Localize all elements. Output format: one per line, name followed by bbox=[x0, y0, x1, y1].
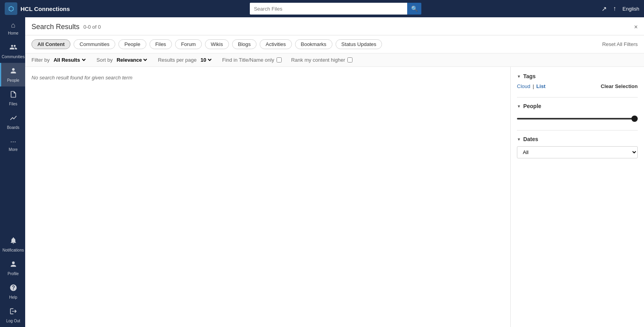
people-slider[interactable] bbox=[517, 118, 638, 119]
dates-section: ▼ Dates All Today Last Week Last Month L… bbox=[517, 136, 638, 158]
sidebar-item-logout[interactable]: Log Out bbox=[0, 303, 25, 327]
sidebar-item-notifications[interactable]: Notifications bbox=[0, 233, 25, 256]
sidebar-bottom: Notifications Profile Help Log Out bbox=[0, 233, 25, 327]
communities-icon bbox=[9, 43, 17, 53]
sidebar-item-boards[interactable]: Boards bbox=[0, 110, 25, 134]
tags-divider bbox=[517, 97, 638, 97]
tab-communities[interactable]: Communities bbox=[74, 39, 115, 49]
rank-content-option: Rank my content higher bbox=[291, 57, 352, 63]
app-logo: ⬡ HCL Connections bbox=[5, 2, 70, 15]
sidebar-label-profile: Profile bbox=[7, 272, 18, 276]
sidebar-label-people: People bbox=[7, 78, 19, 83]
people-slider-container bbox=[517, 113, 638, 122]
sort-by-select[interactable]: Relevance Date Name bbox=[115, 57, 148, 63]
content-area: Search Results 0-0 of 0 × All Content Co… bbox=[25, 17, 644, 327]
sidebar-label-notifications: Notifications bbox=[2, 248, 24, 252]
header-actions: ↗ ↑ English bbox=[602, 5, 639, 13]
tags-controls: Cloud | List Clear Selection bbox=[517, 83, 638, 89]
tags-list-link[interactable]: List bbox=[536, 83, 545, 89]
language-selector[interactable]: English bbox=[622, 6, 639, 12]
tab-forum[interactable]: Forum bbox=[175, 39, 202, 49]
rank-content-checkbox[interactable] bbox=[347, 57, 352, 62]
tags-section: ▼ Tags Cloud | List Clear Selection bbox=[517, 73, 638, 89]
tag-separator: | bbox=[533, 83, 534, 89]
logo-icon: ⬡ bbox=[5, 2, 17, 15]
notifications-icon bbox=[9, 237, 17, 246]
sidebar-label-help: Help bbox=[9, 295, 17, 299]
tab-blogs[interactable]: Blogs bbox=[232, 39, 257, 49]
logout-icon bbox=[9, 307, 17, 317]
results-per-page-select[interactable]: 10 25 50 bbox=[199, 57, 213, 63]
sidebar-label-logout: Log Out bbox=[6, 319, 20, 323]
tab-status-updates[interactable]: Status Updates bbox=[336, 39, 382, 49]
sidebar-label-boards: Boards bbox=[7, 125, 20, 130]
panel-title: Search Results bbox=[31, 23, 79, 31]
tags-header[interactable]: ▼ Tags bbox=[517, 73, 638, 79]
tab-wikis[interactable]: Wikis bbox=[205, 39, 229, 49]
people-divider bbox=[517, 130, 638, 130]
people-icon bbox=[9, 67, 17, 77]
main-layout: ⌂ Home Communities People Files Boards bbox=[0, 17, 644, 327]
sidebar-label-home: Home bbox=[8, 31, 18, 35]
filter-by-select[interactable]: All Results My Results bbox=[52, 57, 87, 63]
sidebar-label-files: Files bbox=[9, 102, 17, 106]
sidebar: ⌂ Home Communities People Files Boards bbox=[0, 17, 25, 327]
search-input[interactable] bbox=[250, 3, 407, 15]
tab-activities[interactable]: Activities bbox=[260, 39, 292, 49]
sidebar-item-files[interactable]: Files bbox=[0, 86, 25, 110]
clear-selection-button[interactable]: Clear Selection bbox=[601, 83, 638, 89]
tags-title: Tags bbox=[523, 73, 536, 79]
find-in-title-option: Find in Title/Name only bbox=[222, 57, 282, 63]
tags-collapse-icon: ▼ bbox=[517, 74, 521, 79]
sidebar-label-more: More bbox=[9, 147, 18, 152]
people-header[interactable]: ▼ People bbox=[517, 103, 638, 109]
filter-tabs: All Content Communities People Files For… bbox=[25, 35, 644, 53]
panel-header: Search Results 0-0 of 0 × bbox=[25, 17, 644, 35]
find-in-title-checkbox[interactable] bbox=[277, 57, 282, 62]
people-title: People bbox=[523, 103, 541, 109]
boards-icon bbox=[9, 114, 17, 124]
search-options-bar: Filter by All Results My Results Sort by… bbox=[25, 53, 644, 67]
people-collapse-icon: ▼ bbox=[517, 104, 521, 108]
sidebar-item-people[interactable]: People bbox=[0, 63, 25, 86]
find-in-title-label: Find in Title/Name only bbox=[222, 57, 274, 63]
app-name: HCL Connections bbox=[20, 6, 70, 12]
search-content: No search result found for given search … bbox=[25, 67, 644, 327]
tab-files[interactable]: Files bbox=[149, 39, 172, 49]
filter-by-label: Filter by bbox=[31, 57, 50, 63]
app-header: ⬡ HCL Connections 🔍 ↗ ↑ English bbox=[0, 0, 644, 17]
tab-bookmarks[interactable]: Bookmarks bbox=[295, 39, 332, 49]
dates-title: Dates bbox=[523, 136, 538, 142]
search-button[interactable]: 🔍 bbox=[407, 3, 421, 15]
more-icon: ··· bbox=[10, 138, 16, 146]
sidebar-item-more[interactable]: ··· More bbox=[0, 134, 25, 156]
sidebar-item-home[interactable]: ⌂ Home bbox=[0, 17, 25, 39]
filter-by-option: Filter by All Results My Results bbox=[31, 57, 87, 63]
tags-cloud-link[interactable]: Cloud bbox=[517, 83, 530, 89]
results-per-page-label: Results per page bbox=[158, 57, 196, 63]
reset-filters-button[interactable]: Reset All Filters bbox=[602, 41, 638, 47]
svg-point-0 bbox=[12, 261, 15, 264]
home-icon: ⌂ bbox=[11, 21, 15, 29]
people-section: ▼ People bbox=[517, 103, 638, 122]
sidebar-item-help[interactable]: Help bbox=[0, 280, 25, 303]
dates-collapse-icon: ▼ bbox=[517, 137, 521, 141]
dates-select[interactable]: All Today Last Week Last Month Last Year bbox=[517, 146, 638, 158]
share-icon[interactable]: ↗ bbox=[602, 5, 607, 13]
sidebar-item-communities[interactable]: Communities bbox=[0, 39, 25, 63]
sidebar-label-communities: Communities bbox=[2, 55, 24, 59]
profile-icon bbox=[9, 260, 17, 270]
right-panel: ▼ Tags Cloud | List Clear Selection bbox=[510, 67, 644, 327]
tab-people[interactable]: People bbox=[118, 39, 146, 49]
sidebar-item-profile[interactable]: Profile bbox=[0, 256, 25, 280]
close-button[interactable]: × bbox=[634, 24, 638, 31]
rank-content-label: Rank my content higher bbox=[291, 57, 345, 63]
results-per-page-option: Results per page 10 25 50 bbox=[158, 57, 212, 63]
search-bar: 🔍 bbox=[250, 3, 421, 15]
results-area: No search result found for given search … bbox=[25, 67, 510, 327]
upload-icon[interactable]: ↑ bbox=[613, 5, 616, 12]
dates-header[interactable]: ▼ Dates bbox=[517, 136, 638, 142]
panel-count: 0-0 of 0 bbox=[83, 24, 101, 30]
tab-all-content[interactable]: All Content bbox=[31, 39, 70, 49]
no-results-message: No search result found for given search … bbox=[31, 75, 504, 81]
